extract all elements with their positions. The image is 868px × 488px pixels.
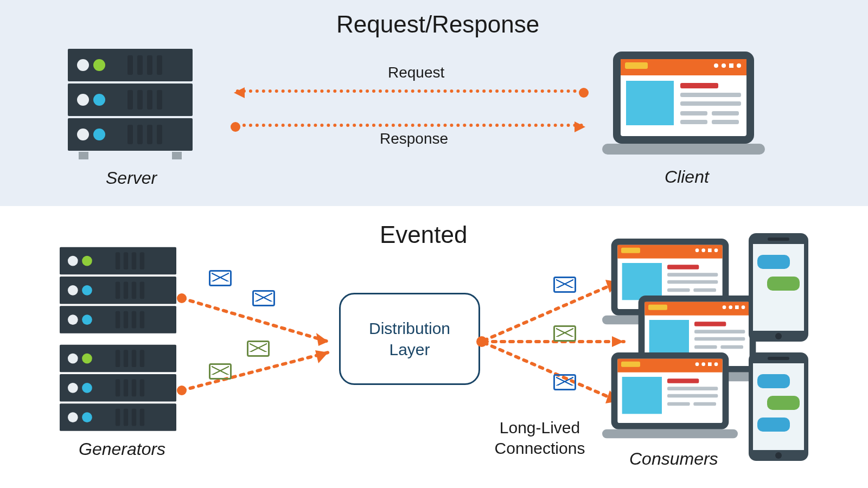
svg-rect-76: [132, 379, 136, 396]
svg-rect-36: [712, 111, 739, 115]
svg-marker-87: [315, 350, 328, 363]
svg-point-143: [775, 333, 782, 339]
svg-point-69: [82, 412, 92, 422]
svg-rect-138: [693, 402, 716, 406]
title-request-response: Request/Response: [336, 11, 539, 38]
svg-rect-51: [132, 252, 136, 269]
svg-rect-108: [693, 288, 716, 292]
svg-point-129: [695, 362, 699, 366]
request-arrow: [236, 89, 583, 93]
consumers-label: Consumers: [629, 449, 718, 469]
server-stack-icon: [60, 247, 176, 339]
svg-point-67: [82, 383, 92, 393]
svg-rect-19: [127, 125, 133, 144]
client-label: Client: [665, 167, 709, 187]
svg-rect-128: [621, 362, 640, 367]
svg-rect-116: [735, 305, 739, 309]
server-stack-icon: [60, 344, 176, 436]
svg-rect-59: [132, 311, 136, 329]
svg-point-83: [177, 293, 187, 303]
svg-rect-58: [124, 311, 128, 329]
smartphone-chat-icon: [749, 233, 808, 342]
smartphone-chat-icon: [749, 352, 808, 461]
svg-point-102: [714, 248, 718, 252]
svg-rect-29: [729, 63, 733, 68]
svg-rect-35: [680, 111, 707, 115]
svg-rect-137: [667, 402, 690, 406]
title-evented: Evented: [380, 221, 467, 248]
svg-rect-80: [132, 409, 136, 426]
svg-point-28: [722, 63, 726, 68]
svg-point-65: [82, 354, 92, 364]
svg-rect-121: [694, 337, 745, 341]
svg-rect-133: [622, 377, 662, 414]
svg-rect-77: [140, 379, 144, 396]
server-stack-icon: [68, 49, 193, 163]
svg-rect-56: [140, 281, 144, 299]
svg-rect-104: [667, 265, 699, 269]
svg-rect-74: [116, 379, 120, 396]
svg-rect-38: [712, 120, 739, 124]
svg-rect-119: [694, 322, 726, 326]
svg-rect-118: [649, 320, 689, 357]
svg-rect-57: [116, 311, 120, 329]
svg-point-45: [68, 285, 78, 296]
svg-rect-60: [140, 311, 144, 329]
svg-point-132: [714, 362, 718, 366]
svg-rect-21: [147, 125, 152, 144]
svg-rect-98: [621, 248, 640, 253]
svg-point-100: [701, 248, 705, 252]
svg-rect-9: [147, 55, 152, 75]
laptop-browser-icon: [602, 352, 738, 447]
svg-rect-106: [667, 280, 718, 284]
envelope-icon: [209, 270, 232, 286]
request-arrow-label: Request: [388, 64, 444, 81]
svg-rect-131: [708, 362, 712, 366]
svg-rect-16: [157, 90, 162, 110]
svg-point-17: [77, 129, 89, 140]
svg-rect-139: [602, 429, 738, 439]
svg-point-114: [723, 305, 726, 309]
svg-point-12: [93, 94, 105, 106]
envelope-icon: [209, 363, 232, 380]
server-label: Server: [106, 168, 157, 188]
svg-rect-134: [667, 378, 699, 383]
svg-rect-20: [137, 125, 143, 144]
svg-rect-101: [708, 248, 712, 252]
svg-point-64: [68, 354, 78, 364]
svg-point-46: [82, 285, 92, 296]
svg-point-117: [742, 305, 745, 309]
svg-rect-33: [680, 93, 741, 97]
svg-point-130: [701, 362, 705, 366]
svg-rect-105: [667, 273, 718, 277]
distribution-layer-hub: Distribution Layer: [339, 293, 480, 385]
svg-rect-32: [680, 83, 718, 88]
svg-point-27: [714, 63, 718, 68]
svg-point-48: [82, 314, 92, 325]
svg-rect-52: [140, 252, 144, 269]
svg-point-115: [729, 305, 732, 309]
svg-rect-78: [116, 409, 120, 426]
svg-rect-148: [768, 357, 789, 360]
svg-rect-53: [116, 281, 120, 299]
svg-point-86: [177, 386, 187, 395]
svg-rect-79: [124, 409, 128, 426]
hub-label: Distribution Layer: [369, 318, 450, 360]
svg-point-149: [775, 452, 782, 459]
svg-rect-144: [757, 255, 790, 269]
response-arrow-label: Response: [380, 130, 448, 147]
svg-marker-92: [612, 336, 624, 347]
svg-rect-123: [720, 345, 743, 349]
svg-rect-54: [124, 281, 128, 299]
svg-point-30: [737, 63, 741, 68]
svg-point-11: [77, 94, 89, 106]
svg-rect-120: [694, 330, 745, 333]
svg-rect-3: [79, 152, 88, 159]
svg-rect-15: [147, 90, 152, 110]
svg-rect-145: [767, 277, 800, 291]
svg-rect-73: [140, 350, 144, 367]
svg-rect-113: [648, 305, 667, 310]
envelope-icon: [247, 341, 270, 357]
svg-rect-31: [626, 81, 674, 125]
svg-rect-151: [767, 396, 800, 410]
